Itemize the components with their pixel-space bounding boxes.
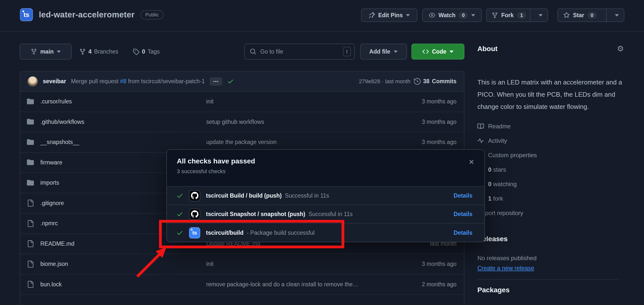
check-status: Successful in 11s xyxy=(308,211,353,217)
sidebar-item-report[interactable]: Report repository xyxy=(478,206,624,220)
check-success-icon xyxy=(176,192,183,199)
commits-label: Commits xyxy=(432,78,456,85)
file-icon xyxy=(27,240,34,247)
watch-button[interactable]: Watch 0 xyxy=(422,9,482,22)
commit-message-cell[interactable]: init xyxy=(206,261,394,267)
file-name[interactable]: bun.lock xyxy=(40,281,206,288)
code-button[interactable]: Code xyxy=(412,44,464,60)
commit-status-check-icon[interactable] xyxy=(227,78,234,85)
tscircuit-icon: ts xyxy=(189,227,200,238)
table-row[interactable]: biome.json init 3 months ago xyxy=(20,254,464,274)
releases-empty-text: No releases published xyxy=(478,255,536,262)
check-details-link[interactable]: Details xyxy=(454,211,472,217)
book-icon xyxy=(478,123,484,130)
star-button[interactable]: Star 0 xyxy=(557,9,624,22)
folder-icon xyxy=(27,139,34,146)
fork-button[interactable]: Fork 1 xyxy=(486,9,548,22)
check-details-link[interactable]: Details xyxy=(454,229,472,236)
ts-logo-text: ts xyxy=(192,230,197,236)
commit-date-cell: 3 months ago xyxy=(394,98,456,105)
go-to-file-search[interactable]: t xyxy=(244,44,355,60)
branch-icon xyxy=(79,48,86,55)
branch-selector-button[interactable]: main xyxy=(20,44,72,60)
fork-dropdown[interactable] xyxy=(534,9,548,22)
gear-icon[interactable]: ⚙ xyxy=(617,45,624,53)
check-details-link[interactable]: Details xyxy=(454,192,472,199)
file-name[interactable]: __snapshots__ xyxy=(40,139,206,146)
commit-message-cell[interactable]: update the package version xyxy=(206,139,394,146)
add-file-label: Add file xyxy=(369,48,390,55)
close-icon[interactable]: ✕ xyxy=(469,159,474,166)
checks-popup: All checks have passed 3 successful chec… xyxy=(166,149,485,242)
tags-label: Tags xyxy=(148,48,160,55)
check-row[interactable]: ts tscircuit/build - Package build succe… xyxy=(167,223,484,242)
branches-count: 4 xyxy=(88,48,92,55)
check-name: tscircuit/build xyxy=(206,229,244,236)
custom-properties-label: Custom properties xyxy=(488,152,537,159)
check-success-icon xyxy=(176,229,183,236)
repo-title[interactable]: led-water-accelerometer xyxy=(39,10,134,20)
pr-link[interactable]: #8 xyxy=(120,78,126,85)
table-row xyxy=(20,295,464,305)
sidebar-item-readme[interactable]: Readme xyxy=(478,119,624,134)
check-name: tscircuit Snapshot / snapshot (push) xyxy=(206,211,305,217)
sidebar-item-stars[interactable]: 0 stars xyxy=(478,162,624,177)
table-row[interactable]: .cursor/rules init 3 months ago xyxy=(20,92,464,112)
commit-sha-time[interactable]: 279e828 · last month xyxy=(359,78,410,85)
check-row[interactable]: tscircuit Build / build (push) Successfu… xyxy=(167,187,484,205)
edit-pins-label: Edit Pins xyxy=(378,12,403,19)
ts-logo-dot xyxy=(191,229,192,230)
edit-pins-button[interactable]: Edit Pins xyxy=(361,9,418,22)
branch-icon xyxy=(31,48,37,55)
check-success-icon xyxy=(176,211,183,217)
sidebar-item-activity[interactable]: Activity xyxy=(478,134,624,148)
file-name[interactable]: biome.json xyxy=(40,261,206,267)
ts-logo-text: ts xyxy=(24,11,29,19)
file-name[interactable]: .cursor/rules xyxy=(40,98,206,105)
file-name[interactable]: .github/workflows xyxy=(40,119,206,125)
chevron-down-icon xyxy=(406,14,410,17)
table-row[interactable]: .github/workflows setup github workflows… xyxy=(20,112,464,133)
commit-message-cell[interactable]: remove package-lock and do a clean insta… xyxy=(206,281,394,288)
commit-date-cell: 3 months ago xyxy=(394,261,456,267)
commit-author[interactable]: seveibar xyxy=(43,78,66,85)
activity-label: Activity xyxy=(488,137,507,144)
sidebar: About ⚙ This is an LED matrix with an ac… xyxy=(478,45,624,305)
watching-text: 0 watching xyxy=(488,181,517,188)
commit-message[interactable]: Merge pull request #8 from tscircuit/sev… xyxy=(71,78,205,85)
code-icon xyxy=(422,48,429,55)
tag-icon xyxy=(133,48,140,55)
sidebar-divider xyxy=(478,279,618,280)
chevron-down-icon xyxy=(394,51,398,53)
commit-message-cell[interactable]: setup github workflows xyxy=(206,119,394,125)
tags-link[interactable]: 0 Tags xyxy=(133,44,160,60)
commit-ellipsis-button[interactable]: ••• xyxy=(210,77,222,86)
add-file-button[interactable]: Add file xyxy=(360,44,407,60)
commit-message-text: Merge pull request xyxy=(71,78,120,85)
check-row[interactable]: tscircuit Snapshot / snapshot (push) Suc… xyxy=(167,205,484,223)
stars-label: stars xyxy=(493,166,506,173)
table-row[interactable]: bun.lock remove package-lock and do a cl… xyxy=(20,274,464,295)
commit-message-cell[interactable]: init xyxy=(206,98,394,105)
folder-icon xyxy=(27,159,34,166)
chevron-down-icon xyxy=(471,14,475,17)
current-branch-label: main xyxy=(40,48,54,55)
create-release-link[interactable]: Create a new release xyxy=(478,265,534,272)
sidebar-item-forks[interactable]: 1 fork xyxy=(478,191,624,206)
commits-history-link[interactable]: 38 Commits xyxy=(414,78,456,85)
repo-owner-avatar[interactable]: ts xyxy=(20,8,33,21)
folder-icon xyxy=(27,179,34,186)
sidebar-item-watching[interactable]: 0 watching xyxy=(478,177,624,191)
packages-title[interactable]: Packages xyxy=(478,286,510,294)
commits-count: 38 xyxy=(423,78,430,85)
watch-count: 0 xyxy=(459,12,468,19)
star-dropdown[interactable] xyxy=(610,9,624,22)
sidebar-item-custom-properties[interactable]: Custom properties xyxy=(478,148,624,162)
branches-link[interactable]: 4 Branches xyxy=(79,44,118,60)
pulse-icon xyxy=(478,138,484,144)
chevron-down-icon xyxy=(615,14,619,17)
go-to-file-input[interactable] xyxy=(260,48,340,55)
commit-author-avatar[interactable] xyxy=(28,76,38,87)
fork-label: Fork xyxy=(501,12,514,19)
code-label: Code xyxy=(432,48,446,55)
